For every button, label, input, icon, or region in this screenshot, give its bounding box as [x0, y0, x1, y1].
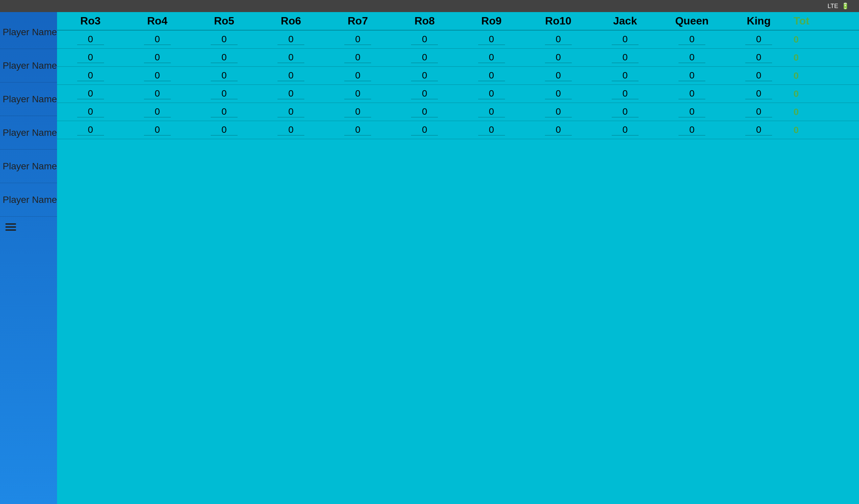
cell-r2-c12[interactable]: 0 — [792, 49, 859, 67]
input-r1-c7[interactable] — [478, 34, 505, 45]
cell-r5-c12[interactable]: 0 — [792, 103, 859, 121]
cell-r4-c1[interactable] — [57, 85, 124, 103]
cell-r2-c2[interactable] — [124, 49, 191, 67]
input-r6-c2[interactable] — [144, 124, 171, 136]
input-r4-c5[interactable] — [344, 88, 371, 99]
input-r3-c7[interactable] — [478, 70, 505, 81]
cell-r3-c9[interactable] — [591, 67, 658, 85]
input-r1-c11[interactable] — [745, 34, 772, 45]
input-r1-c5[interactable] — [344, 34, 371, 45]
cell-r4-c12[interactable]: 0 — [792, 85, 859, 103]
input-r6-c6[interactable] — [411, 124, 438, 136]
input-r5-c1[interactable] — [77, 106, 104, 117]
input-r2-c7[interactable] — [478, 52, 505, 63]
cell-r4-c10[interactable] — [658, 85, 725, 103]
cell-r3-c3[interactable] — [191, 67, 257, 85]
input-r3-c4[interactable] — [277, 70, 304, 81]
cell-r6-c7[interactable] — [458, 121, 525, 139]
input-r4-c4[interactable] — [277, 88, 304, 99]
input-r6-c8[interactable] — [545, 124, 572, 136]
input-r4-c10[interactable] — [678, 88, 705, 99]
input-r6-c10[interactable] — [678, 124, 705, 136]
cell-r5-c7[interactable] — [458, 103, 525, 121]
cell-r1-c5[interactable] — [325, 30, 391, 49]
cell-r3-c11[interactable] — [725, 67, 792, 85]
input-r4-c6[interactable] — [411, 88, 438, 99]
cell-r4-c4[interactable] — [257, 85, 324, 103]
cell-r1-c7[interactable] — [458, 30, 525, 49]
sidebar-player-3[interactable]: Player Name — [0, 82, 57, 116]
input-r1-c2[interactable] — [144, 34, 171, 45]
input-r1-c9[interactable] — [612, 34, 638, 45]
cell-r6-c3[interactable] — [191, 121, 257, 139]
input-r4-c2[interactable] — [144, 88, 171, 99]
cell-r1-c8[interactable] — [525, 30, 591, 49]
cell-r6-c1[interactable] — [57, 121, 124, 139]
cell-r3-c2[interactable] — [124, 67, 191, 85]
sidebar-player-4[interactable]: Player Name — [0, 116, 57, 149]
cell-r4-c5[interactable] — [325, 85, 391, 103]
cell-r2-c11[interactable] — [725, 49, 792, 67]
cell-r6-c2[interactable] — [124, 121, 191, 139]
input-r6-c5[interactable] — [344, 124, 371, 136]
cell-r5-c11[interactable] — [725, 103, 792, 121]
input-r6-c1[interactable] — [77, 124, 104, 136]
input-r2-c3[interactable] — [211, 52, 238, 63]
cell-r3-c6[interactable] — [391, 67, 458, 85]
cell-r1-c3[interactable] — [191, 30, 257, 49]
input-r1-c1[interactable] — [77, 34, 104, 45]
sidebar-player-2[interactable]: Player Name — [0, 49, 57, 82]
input-r3-c10[interactable] — [678, 70, 705, 81]
input-r3-c9[interactable] — [612, 70, 638, 81]
input-r2-c8[interactable] — [545, 52, 572, 63]
menu-button[interactable] — [0, 223, 20, 231]
input-r6-c11[interactable] — [745, 124, 772, 136]
cell-r6-c12[interactable]: 0 — [792, 121, 859, 139]
input-r3-c11[interactable] — [745, 70, 772, 81]
input-r3-c5[interactable] — [344, 70, 371, 81]
cell-r1-c12[interactable]: 0 — [792, 30, 859, 49]
input-r4-c3[interactable] — [211, 88, 238, 99]
cell-r6-c6[interactable] — [391, 121, 458, 139]
input-r4-c1[interactable] — [77, 88, 104, 99]
input-r5-c5[interactable] — [344, 106, 371, 117]
cell-r4-c8[interactable] — [525, 85, 591, 103]
cell-r5-c1[interactable] — [57, 103, 124, 121]
cell-r1-c6[interactable] — [391, 30, 458, 49]
cell-r1-c9[interactable] — [591, 30, 658, 49]
input-r3-c8[interactable] — [545, 70, 572, 81]
input-r4-c8[interactable] — [545, 88, 572, 99]
input-r4-c11[interactable] — [745, 88, 772, 99]
cell-r6-c5[interactable] — [325, 121, 391, 139]
cell-r3-c4[interactable] — [257, 67, 324, 85]
cell-r4-c6[interactable] — [391, 85, 458, 103]
sidebar-player-6[interactable]: Player Name — [0, 183, 57, 217]
cell-r6-c10[interactable] — [658, 121, 725, 139]
cell-r5-c3[interactable] — [191, 103, 257, 121]
input-r1-c10[interactable] — [678, 34, 705, 45]
cell-r1-c2[interactable] — [124, 30, 191, 49]
cell-r3-c7[interactable] — [458, 67, 525, 85]
cell-r4-c11[interactable] — [725, 85, 792, 103]
sidebar-player-1[interactable]: Player Name — [0, 15, 57, 49]
cell-r2-c10[interactable] — [658, 49, 725, 67]
input-r2-c1[interactable] — [77, 52, 104, 63]
input-r4-c9[interactable] — [612, 88, 638, 99]
input-r4-c7[interactable] — [478, 88, 505, 99]
input-r6-c9[interactable] — [612, 124, 638, 136]
cell-r2-c4[interactable] — [257, 49, 324, 67]
input-r3-c2[interactable] — [144, 70, 171, 81]
cell-r1-c10[interactable] — [658, 30, 725, 49]
cell-r6-c9[interactable] — [591, 121, 658, 139]
input-r2-c5[interactable] — [344, 52, 371, 63]
cell-r3-c8[interactable] — [525, 67, 591, 85]
input-r5-c4[interactable] — [277, 106, 304, 117]
input-r2-c10[interactable] — [678, 52, 705, 63]
cell-r5-c5[interactable] — [325, 103, 391, 121]
input-r5-c11[interactable] — [745, 106, 772, 117]
input-r5-c8[interactable] — [545, 106, 572, 117]
input-r3-c6[interactable] — [411, 70, 438, 81]
input-r5-c6[interactable] — [411, 106, 438, 117]
input-r1-c6[interactable] — [411, 34, 438, 45]
cell-r3-c12[interactable]: 0 — [792, 67, 859, 85]
